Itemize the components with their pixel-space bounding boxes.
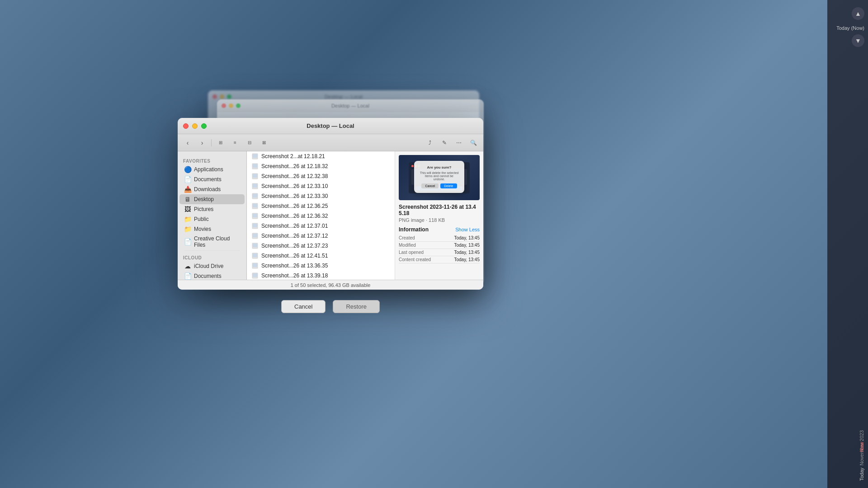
sidebar-item-creative-cloud-label: Creative Cloud Files (194, 235, 240, 248)
file-name-2: Screenshot...26 at 12.32.38 (261, 173, 328, 179)
file-icon-5 (251, 202, 259, 210)
file-item-9[interactable]: Screenshot...26 at 12.37.23 (247, 241, 395, 251)
file-name-0: Screenshot 2...at 12.18.21 (261, 153, 325, 160)
svg-rect-23 (253, 227, 257, 228)
pictures-icon: 🖼 (184, 206, 191, 213)
file-item-2[interactable]: Screenshot...26 at 12.32.38 (247, 171, 395, 181)
close-button[interactable] (183, 123, 189, 129)
svg-rect-25 (253, 234, 257, 237)
file-item-8[interactable]: Screenshot...26 at 12.37.12 (247, 231, 395, 241)
file-name-9: Screenshot...26 at 12.37.23 (261, 243, 328, 249)
file-icon-11 (251, 262, 259, 269)
svg-rect-20 (253, 217, 257, 218)
preview-dialog-title: Are you sure? (419, 165, 459, 169)
sidebar-item-applications[interactable]: 🔵 Applications (179, 164, 245, 174)
share-button[interactable]: ⋯ (453, 138, 465, 148)
sidebar-item-creative-cloud[interactable]: 📄 Creative Cloud Files (179, 234, 245, 249)
movies-icon: 📁 (184, 225, 191, 233)
sidebar-item-pictures[interactable]: 🖼 Pictures (179, 204, 245, 214)
sidebar-item-icloud-docs[interactable]: 📄 Documents (179, 271, 245, 280)
forward-button[interactable]: › (196, 138, 208, 148)
today-now-label: Today (Now) (836, 25, 864, 31)
view-gallery-button[interactable]: ⊠ (258, 138, 270, 148)
sidebar-item-desktop-label: Desktop (194, 196, 214, 202)
file-icon-7 (251, 222, 259, 230)
file-icon-6 (251, 212, 259, 220)
file-item-5[interactable]: Screenshot...26 at 12.36.25 (247, 201, 395, 211)
finder-filelist[interactable]: Screenshot 2...at 12.18.21Screenshot...2… (247, 151, 395, 280)
action-button[interactable]: ⤴ (424, 138, 436, 148)
cancel-button[interactable]: Cancel (281, 300, 326, 313)
file-item-0[interactable]: Screenshot 2...at 12.18.21 (247, 151, 395, 161)
svg-rect-14 (253, 197, 257, 198)
file-icon-12 (251, 272, 259, 279)
sidebar-item-downloads[interactable]: 📥 Downloads (179, 184, 245, 194)
file-item-1[interactable]: Screenshot...26 at 12.18.32 (247, 161, 395, 171)
maximize-button[interactable] (201, 123, 207, 129)
file-icon-2 (251, 173, 259, 180)
file-icon-9 (251, 242, 259, 249)
svg-rect-11 (253, 188, 257, 188)
svg-rect-37 (253, 273, 257, 277)
status-text: 1 of 50 selected, 96.43 GB available (291, 282, 371, 288)
sidebar-item-desktop[interactable]: 🖥 Desktop (179, 194, 245, 204)
view-icons-button[interactable]: ⊞ (214, 138, 227, 148)
svg-rect-32 (253, 257, 257, 258)
file-name-4: Screenshot...26 at 12.33.30 (261, 193, 328, 199)
view-list-button[interactable]: ≡ (229, 138, 241, 148)
info-rows-container: CreatedToday, 13:45ModifiedToday, 13:45L… (399, 235, 480, 263)
sidebar-item-icloud-docs-label: Documents (194, 273, 222, 279)
info-label-0: Created (399, 235, 415, 240)
back-button[interactable]: ‹ (181, 138, 194, 148)
restore-button[interactable]: Restore (333, 300, 380, 313)
minimize-button[interactable] (192, 123, 198, 129)
finder-toolbar: ‹ › ⊞ ≡ ⊟ ⊠ ⤴ ✎ ⋯ 🔍 (178, 134, 483, 151)
file-item-3[interactable]: Screenshot...26 at 12.33.10 (247, 181, 395, 191)
preview-dialog-cancel: Cancel (421, 183, 439, 188)
file-name-10: Screenshot...26 at 12.41.51 (261, 253, 328, 259)
edit-button[interactable]: ✎ (438, 138, 451, 148)
preview-dialog: Are you sure? This will delete the selec… (414, 161, 464, 193)
show-less-button[interactable]: Show Less (455, 227, 480, 232)
sidebar-item-icloud-drive[interactable]: ☁ iCloud Drive (179, 261, 245, 271)
file-icon-1 (251, 163, 259, 170)
time-nav-down[interactable]: ▼ (852, 34, 864, 47)
preview-thumb-inner: Are you sure? This will delete the selec… (399, 155, 480, 200)
finder-status-bar: 1 of 50 selected, 96.43 GB available (178, 280, 483, 290)
sidebar-item-public-label: Public (194, 216, 209, 222)
preview-thumbnail: Are you sure? This will delete the selec… (399, 155, 480, 200)
view-columns-button[interactable]: ⊟ (243, 138, 256, 148)
info-value-0: Today, 13:45 (454, 235, 480, 240)
file-item-7[interactable]: Screenshot...26 at 12.37.01 (247, 221, 395, 231)
preview-filetype: PNG image · 118 KB (399, 217, 480, 223)
time-today-label: Today (859, 468, 864, 481)
file-name-3: Screenshot...26 at 12.33.10 (261, 183, 328, 189)
preview-dialog-text: This will delete the selected items and … (419, 171, 459, 181)
svg-rect-10 (253, 184, 257, 188)
applications-icon: 🔵 (184, 166, 191, 173)
sidebar-item-icloud-drive-label: iCloud Drive (194, 263, 223, 269)
downloads-icon: 📥 (184, 186, 191, 193)
search-button[interactable]: 🔍 (467, 138, 480, 148)
svg-rect-5 (253, 168, 257, 169)
sidebar-item-public[interactable]: 📁 Public (179, 214, 245, 224)
file-item-10[interactable]: Screenshot...26 at 12.41.51 (247, 251, 395, 261)
file-icon-0 (251, 153, 259, 160)
file-item-4[interactable]: Screenshot...26 at 12.33.30 (247, 191, 395, 201)
file-name-1: Screenshot...26 at 12.18.32 (261, 163, 328, 169)
info-row-2: Last openedToday, 13:45 (399, 249, 480, 256)
icloud-drive-icon: ☁ (184, 263, 191, 270)
time-nav-up[interactable]: ▲ (852, 7, 864, 20)
info-value-2: Today, 13:45 (454, 250, 480, 255)
sidebar-item-documents-label: Documents (194, 176, 222, 183)
sidebar-item-documents[interactable]: 📄 Documents (179, 174, 245, 184)
file-name-12: Screenshot...26 at 13.39.18 (261, 272, 328, 279)
file-item-11[interactable]: Screenshot...26 at 13.36.35 (247, 261, 395, 271)
file-name-11: Screenshot...26 at 13.36.35 (261, 263, 328, 269)
svg-rect-7 (253, 174, 257, 178)
file-item-12[interactable]: Screenshot...26 at 13.39.18 (247, 271, 395, 280)
sidebar-item-movies[interactable]: 📁 Movies (179, 224, 245, 234)
file-item-6[interactable]: Screenshot...26 at 12.36.32 (247, 211, 395, 221)
file-name-7: Screenshot...26 at 12.37.01 (261, 223, 328, 229)
file-name-8: Screenshot...26 at 12.37.12 (261, 233, 328, 239)
